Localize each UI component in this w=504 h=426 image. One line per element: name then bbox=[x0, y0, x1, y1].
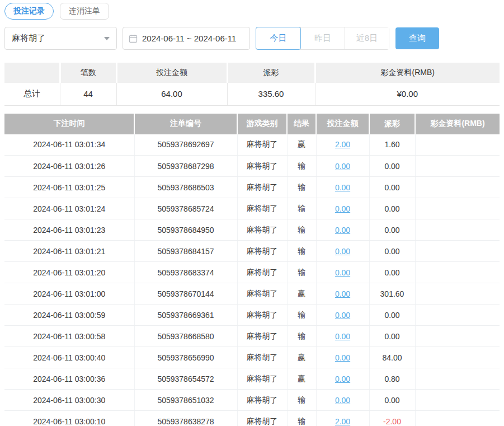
summary-header-cell: 彩金资料(RMB) bbox=[315, 63, 500, 83]
cell-bet-amount: 0.00 bbox=[316, 219, 369, 241]
summary-count: 44 bbox=[60, 83, 116, 105]
cell-bonus bbox=[415, 368, 500, 390]
bet-amount-link[interactable]: 0.00 bbox=[335, 353, 350, 362]
cell-payout: 301.60 bbox=[369, 283, 415, 305]
cell-game-type: 麻将胡了 bbox=[237, 368, 287, 390]
records-header-cell: 派彩 bbox=[369, 114, 415, 134]
cell-game-type: 麻将胡了 bbox=[237, 156, 287, 177]
table-row: 2024-06-11 03:01:265059378687298麻将胡了输0.0… bbox=[4, 156, 500, 177]
cell-result: 输 bbox=[287, 156, 316, 177]
cell-order-number: 5059378683374 bbox=[134, 262, 237, 283]
cell-result: 输 bbox=[287, 241, 316, 262]
quick-range-yesterday[interactable]: 昨日 bbox=[300, 27, 345, 49]
quick-range-today[interactable]: 今日 bbox=[256, 27, 301, 50]
bet-amount-link[interactable]: 2.00 bbox=[335, 417, 350, 426]
cell-bet-amount: 0.00 bbox=[316, 177, 369, 198]
cell-payout: 0.00 bbox=[369, 262, 415, 283]
cell-order-number: 5059378687298 bbox=[134, 156, 237, 177]
cell-bet-amount: 0.00 bbox=[316, 368, 369, 390]
cell-order-number: 5059378654572 bbox=[134, 368, 237, 390]
cell-game-type: 麻将胡了 bbox=[237, 134, 287, 156]
bet-amount-link[interactable]: 0.00 bbox=[335, 268, 350, 277]
bet-amount-link[interactable]: 0.00 bbox=[335, 289, 350, 298]
cell-bonus bbox=[415, 347, 500, 368]
cell-bet-amount: 0.00 bbox=[316, 262, 369, 283]
cell-order-number: 5059378669361 bbox=[134, 305, 237, 326]
tab-betting-records[interactable]: 投注记录 bbox=[4, 3, 54, 20]
cell-payout: 0.80 bbox=[369, 368, 415, 390]
table-row: 2024-06-11 03:01:235059378684950麻将胡了输0.0… bbox=[4, 219, 500, 241]
cell-bet-amount: 0.00 bbox=[316, 390, 369, 411]
cell-order-number: 5059378656990 bbox=[134, 347, 237, 368]
cell-order-number: 5059378684157 bbox=[134, 241, 237, 262]
records-header-row: 下注时间注单编号游戏类别结果投注金额派彩彩金资料(RMB) bbox=[4, 114, 500, 134]
cell-result: 输 bbox=[287, 219, 316, 241]
records-header-cell: 结果 bbox=[287, 114, 316, 134]
cell-bet-time: 2024-06-11 03:00:30 bbox=[4, 390, 134, 411]
chevron-down-icon bbox=[104, 37, 110, 40]
cell-result: 输 bbox=[287, 177, 316, 198]
cell-payout: 84.00 bbox=[369, 347, 415, 368]
summary-header-cell: 笔数 bbox=[60, 63, 116, 83]
cell-bonus bbox=[415, 283, 500, 305]
tab-cancelled-orders[interactable]: 连消注单 bbox=[60, 3, 109, 20]
cell-bonus bbox=[415, 326, 500, 347]
bet-amount-link[interactable]: 0.00 bbox=[335, 183, 350, 192]
cell-payout: 0.00 bbox=[369, 198, 415, 219]
cell-bonus bbox=[415, 411, 500, 426]
summary-header-cell: 投注金额 bbox=[116, 63, 227, 83]
filter-row: 麻将胡了 2024-06-11 ~ 2024-06-11 今日 昨日 近8日 查… bbox=[4, 27, 504, 50]
cell-bet-amount: 0.00 bbox=[316, 326, 369, 347]
date-range-picker[interactable]: 2024-06-11 ~ 2024-06-11 bbox=[123, 27, 250, 50]
cell-bonus bbox=[415, 134, 500, 156]
cell-bet-amount: 0.00 bbox=[316, 305, 369, 326]
table-row: 2024-06-11 03:01:345059378692697麻将胡了赢2.0… bbox=[4, 134, 500, 156]
quick-range-last8days[interactable]: 近8日 bbox=[345, 27, 389, 49]
cell-game-type: 麻将胡了 bbox=[237, 326, 287, 347]
cell-result: 输 bbox=[287, 326, 316, 347]
cell-bonus bbox=[415, 219, 500, 241]
cell-bet-amount: 2.00 bbox=[316, 134, 369, 156]
cell-bonus bbox=[415, 241, 500, 262]
cell-game-type: 麻将胡了 bbox=[237, 262, 287, 283]
query-button[interactable]: 查询 bbox=[395, 27, 439, 49]
cell-result: 赢 bbox=[287, 347, 316, 368]
bet-amount-link[interactable]: 0.00 bbox=[335, 332, 350, 341]
cell-bet-time: 2024-06-11 03:01:34 bbox=[4, 134, 134, 156]
table-row: 2024-06-11 03:00:305059378651032麻将胡了输0.0… bbox=[4, 390, 500, 411]
cell-game-type: 麻将胡了 bbox=[237, 241, 287, 262]
cell-order-number: 5059378638278 bbox=[134, 411, 237, 426]
bet-amount-link[interactable]: 0.00 bbox=[335, 247, 350, 256]
summary-bonus: ¥0.00 bbox=[315, 83, 500, 105]
cell-payout: 0.00 bbox=[369, 305, 415, 326]
bet-amount-link[interactable]: 0.00 bbox=[335, 396, 350, 405]
cell-game-type: 麻将胡了 bbox=[237, 411, 287, 426]
bet-amount-link[interactable]: 0.00 bbox=[335, 374, 350, 383]
bet-amount-link[interactable]: 0.00 bbox=[335, 162, 350, 171]
cell-bet-time: 2024-06-11 03:01:00 bbox=[4, 283, 134, 305]
summary-bet-amount: 64.00 bbox=[116, 83, 227, 105]
cell-bonus bbox=[415, 177, 500, 198]
cell-result: 输 bbox=[287, 262, 316, 283]
summary-header-row: 笔数投注金额派彩彩金资料(RMB) bbox=[4, 63, 500, 83]
table-row: 2024-06-11 03:01:255059378686503麻将胡了输0.0… bbox=[4, 177, 500, 198]
cell-payout: 0.00 bbox=[369, 326, 415, 347]
bet-amount-link[interactable]: 0.00 bbox=[335, 226, 350, 235]
game-type-select[interactable]: 麻将胡了 bbox=[4, 27, 117, 50]
table-row: 2024-06-11 03:00:595059378669361麻将胡了输0.0… bbox=[4, 305, 500, 326]
cell-result: 输 bbox=[287, 411, 316, 426]
summary-payout: 335.60 bbox=[227, 83, 315, 105]
quick-range-group: 今日 昨日 近8日 bbox=[256, 27, 389, 50]
cell-payout: 0.00 bbox=[369, 177, 415, 198]
cell-bet-time: 2024-06-11 03:01:26 bbox=[4, 156, 134, 177]
cell-bet-amount: 0.00 bbox=[316, 283, 369, 305]
table-row: 2024-06-11 03:01:215059378684157麻将胡了输0.0… bbox=[4, 241, 500, 262]
cell-order-number: 5059378684950 bbox=[134, 219, 237, 241]
date-range-value: 2024-06-11 ~ 2024-06-11 bbox=[142, 34, 236, 43]
bet-amount-link[interactable]: 2.00 bbox=[335, 140, 350, 149]
cell-result: 输 bbox=[287, 390, 316, 411]
bet-amount-link[interactable]: 0.00 bbox=[335, 204, 350, 213]
bet-amount-link[interactable]: 0.00 bbox=[335, 311, 350, 320]
cell-bet-time: 2024-06-11 03:00:40 bbox=[4, 347, 134, 368]
cell-result: 输 bbox=[287, 305, 316, 326]
